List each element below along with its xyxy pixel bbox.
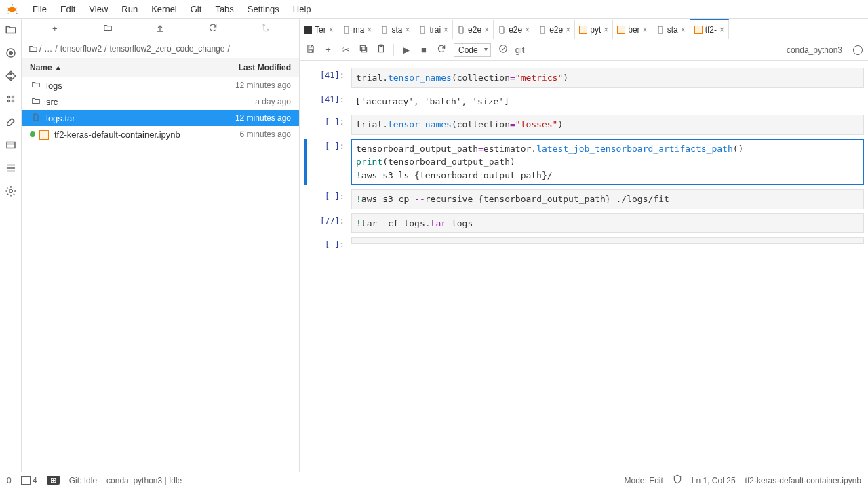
commands-icon[interactable]: [4, 92, 18, 106]
close-icon[interactable]: ×: [329, 25, 334, 35]
save-icon[interactable]: [305, 44, 316, 56]
tab[interactable]: sta×: [376, 19, 414, 39]
kernel-indicator-icon[interactable]: [853, 45, 863, 55]
status-pos[interactable]: Ln 1, Col 25: [692, 476, 736, 485]
tab[interactable]: trai×: [414, 19, 453, 39]
status-left-num[interactable]: 0: [7, 476, 12, 485]
code-input[interactable]: !tar -cf logs.tar logs: [351, 214, 864, 234]
file-header[interactable]: Name▲ Last Modified: [22, 58, 299, 77]
tab[interactable]: ma×: [338, 19, 377, 39]
file-modified: 12 minutes ago: [189, 113, 291, 123]
new-launcher-icon[interactable]: +: [48, 24, 62, 34]
menu-tabs[interactable]: Tabs: [208, 0, 240, 19]
tab-label: pyt: [590, 25, 601, 35]
add-cell-icon[interactable]: +: [323, 45, 334, 55]
run-icon[interactable]: ▶: [401, 45, 412, 55]
file-row[interactable]: srca day ago: [22, 94, 299, 110]
file-icon: [498, 26, 506, 34]
file-row[interactable]: logs12 minutes ago: [22, 77, 299, 94]
menu-kernel[interactable]: Kernel: [144, 0, 184, 19]
new-folder-icon[interactable]: [101, 23, 115, 35]
code-input[interactable]: trial.tensor_names(collection="losses"): [351, 115, 864, 135]
code-input[interactable]: tensorboard_output_path=estimator.latest…: [351, 139, 864, 186]
tab[interactable]: e2e×: [534, 19, 575, 39]
menu-run[interactable]: Run: [115, 0, 144, 19]
close-icon[interactable]: ×: [405, 25, 410, 35]
folder-icon: [28, 44, 38, 54]
tab[interactable]: ber×: [613, 19, 652, 39]
tab[interactable]: e2e×: [494, 19, 534, 39]
status-git[interactable]: Git: Idle: [69, 476, 97, 485]
tab[interactable]: Ter×: [300, 19, 338, 39]
running-icon[interactable]: [4, 46, 18, 60]
tab[interactable]: tf2-×: [690, 19, 729, 39]
build-icon[interactable]: [4, 115, 18, 129]
close-icon[interactable]: ×: [566, 25, 570, 35]
tab[interactable]: e2e×: [453, 19, 494, 39]
status-mode[interactable]: Mode: Edit: [624, 476, 663, 485]
code-input[interactable]: !aws s3 cp --recursive {tensorboard_outp…: [351, 189, 864, 209]
terminal-count[interactable]: 4: [21, 476, 37, 485]
breadcrumb[interactable]: /…/tensorflow2/tensorflow2_zero_code_cha…: [22, 39, 299, 58]
svg-point-8: [12, 96, 14, 98]
toc-icon[interactable]: [4, 161, 18, 175]
trust-icon[interactable]: [673, 474, 682, 486]
copy-icon[interactable]: [358, 44, 369, 56]
extension-icon[interactable]: [4, 184, 18, 198]
notebook-cell[interactable]: [ ]:trial.tensor_names(collection="losse…: [304, 115, 864, 135]
git-label[interactable]: git: [515, 45, 525, 55]
svg-point-14: [267, 29, 269, 30]
file-icon: [418, 26, 427, 34]
folder-icon: [30, 96, 42, 108]
menu-edit[interactable]: Edit: [54, 0, 82, 19]
notebook-cell[interactable]: [ ]:!aws s3 cp --recursive {tensorboard_…: [304, 189, 864, 209]
folder-icon[interactable]: [4, 23, 18, 37]
svg-point-19: [499, 45, 507, 53]
file-row[interactable]: logs.tar12 minutes ago: [22, 110, 299, 126]
menu-help[interactable]: Help: [286, 0, 318, 19]
code-input[interactable]: trial.tensor_names(collection="metrics"): [351, 68, 864, 88]
restart-icon[interactable]: [436, 44, 447, 56]
cell-output: [41]:['accuracy', 'batch', 'size']: [304, 92, 864, 111]
close-icon[interactable]: ×: [484, 25, 489, 35]
command-icon[interactable]: [498, 44, 509, 56]
menu-git[interactable]: Git: [184, 0, 209, 19]
close-icon[interactable]: ×: [604, 25, 608, 35]
menu-view[interactable]: View: [82, 0, 115, 19]
close-icon[interactable]: ×: [681, 25, 686, 35]
git-pull-icon[interactable]: [259, 23, 273, 35]
status-file[interactable]: tf2-keras-default-container.ipynb: [745, 476, 861, 485]
upload-icon[interactable]: [153, 23, 167, 35]
stat-box-icon[interactable]: ⊞: [47, 476, 60, 485]
paste-icon[interactable]: [376, 44, 387, 56]
file-name: src: [46, 97, 189, 107]
cell-type-select[interactable]: Code: [454, 43, 491, 57]
close-icon[interactable]: ×: [643, 25, 648, 35]
notebook-cell[interactable]: [ ]:: [304, 237, 864, 249]
svg-point-10: [12, 100, 14, 102]
output-text: ['accuracy', 'batch', 'size']: [351, 92, 864, 111]
close-icon[interactable]: ×: [525, 25, 530, 35]
close-icon[interactable]: ×: [367, 25, 372, 35]
tabs-icon[interactable]: [4, 138, 18, 152]
cut-icon[interactable]: ✂: [340, 45, 351, 55]
notebook-cell[interactable]: [ ]:tensorboard_output_path=estimator.la…: [304, 139, 864, 186]
notebook[interactable]: [41]:trial.tensor_names(collection="metr…: [300, 61, 868, 472]
git-icon[interactable]: [4, 69, 18, 83]
status-kernel[interactable]: conda_python3 | Idle: [106, 476, 182, 485]
code-input[interactable]: [351, 237, 864, 244]
tab-label: trai: [429, 25, 441, 35]
menu-settings[interactable]: Settings: [241, 0, 286, 19]
close-icon[interactable]: ×: [443, 25, 448, 35]
tab-label: sta: [667, 25, 678, 35]
stop-icon[interactable]: ■: [418, 45, 429, 55]
tab[interactable]: sta×: [652, 19, 690, 39]
file-row[interactable]: tf2-keras-default-container.ipynb6 minut…: [22, 126, 299, 142]
menu-file[interactable]: File: [26, 0, 54, 19]
close-icon[interactable]: ×: [719, 25, 724, 35]
tab[interactable]: pyt×: [575, 19, 613, 39]
refresh-icon[interactable]: [206, 23, 220, 35]
notebook-cell[interactable]: [77]:!tar -cf logs.tar logs: [304, 214, 864, 234]
notebook-cell[interactable]: [41]:trial.tensor_names(collection="metr…: [304, 68, 864, 88]
kernel-name[interactable]: conda_python3: [787, 45, 842, 55]
